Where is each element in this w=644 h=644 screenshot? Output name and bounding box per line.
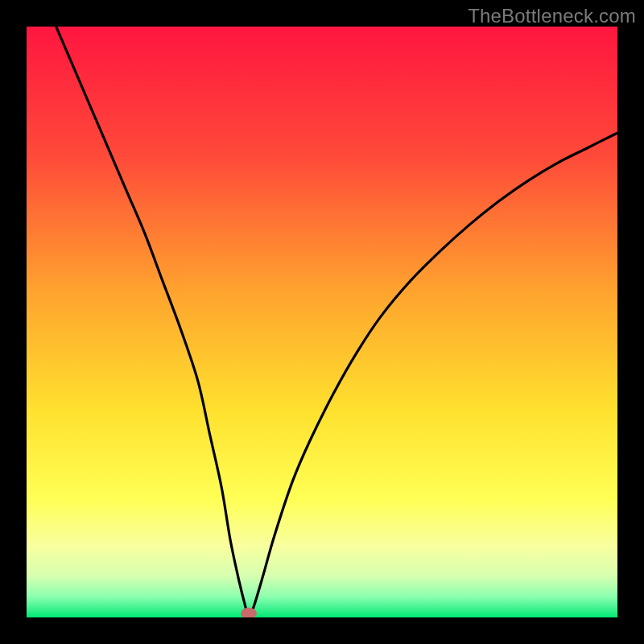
chart-background [27,27,617,617]
bottleneck-chart [27,27,617,617]
watermark-text: TheBottleneck.com [468,5,636,27]
chart-frame [27,27,617,617]
